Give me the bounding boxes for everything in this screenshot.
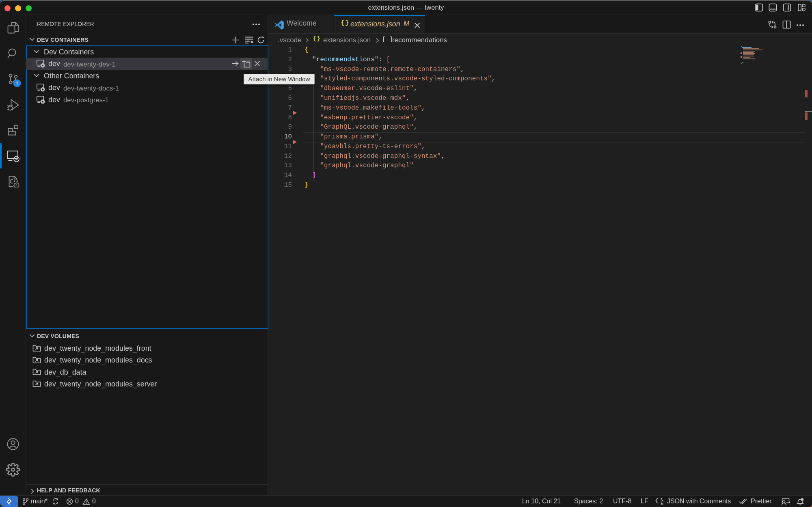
svg-text:1: 1 [16, 81, 19, 86]
